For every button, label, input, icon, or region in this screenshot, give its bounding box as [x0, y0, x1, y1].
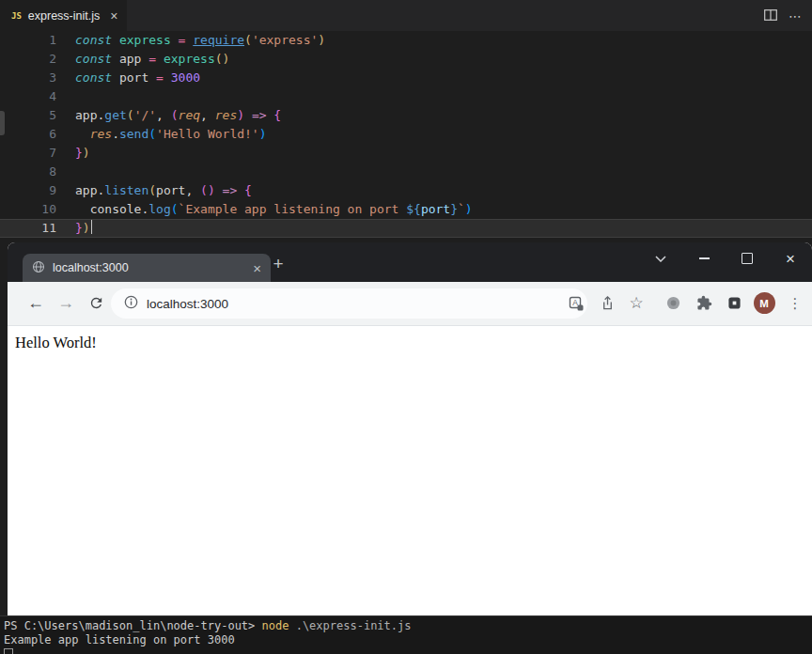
code-line[interactable]: 11}) — [0, 219, 812, 238]
code-line[interactable]: 3const port = 3000 — [0, 69, 812, 87]
code-editor[interactable]: 1const express = require('express')2cons… — [0, 31, 812, 242]
hello-world-text: Hello World! — [15, 334, 97, 351]
code-text: console.log(`Example app listening on po… — [64, 200, 473, 219]
terminal-cursor — [4, 648, 13, 654]
extensions-puzzle-icon[interactable] — [691, 282, 717, 324]
extension-square-icon[interactable] — [721, 282, 747, 324]
browser-tab-title: localhost:3000 — [53, 261, 245, 274]
terminal-line: PS C:\Users\madison_lin\node-try-out> no… — [4, 619, 812, 633]
code-text: app.get('/', (req, res) => { — [64, 106, 281, 125]
code-line[interactable]: 6 res.send('Hello World!') — [0, 125, 812, 144]
code-line[interactable]: 2const app = express() — [0, 50, 812, 69]
split-editor-icon[interactable] — [764, 8, 777, 24]
line-number: 4 — [0, 87, 64, 106]
terminal-line: Example app listening on port 3000 — [4, 633, 812, 647]
code-text — [64, 87, 75, 106]
code-text: }) — [64, 219, 92, 238]
line-number: 2 — [0, 50, 64, 69]
code-text: const port = 3000 — [64, 69, 200, 87]
line-number: 8 — [0, 163, 64, 181]
code-text: const app = express() — [64, 50, 229, 69]
more-actions-icon[interactable]: ⋯ — [789, 8, 803, 23]
editor-tab[interactable]: JS express-init.js × — [0, 0, 128, 31]
code-text — [64, 163, 75, 181]
site-info-icon[interactable] — [124, 295, 138, 313]
avatar[interactable]: M — [751, 282, 777, 324]
code-line[interactable]: 10 console.log(`Example app listening on… — [0, 200, 812, 219]
line-number: 9 — [0, 181, 64, 200]
globe-favicon-icon — [32, 260, 45, 276]
window-controls: × — [639, 242, 812, 274]
svg-text:A: A — [572, 298, 578, 307]
browser-tab-close-icon[interactable]: × — [253, 261, 261, 275]
back-icon: ← — [27, 293, 44, 313]
chrome-window: × localhost:3000 × + ← → localhost:3000 — [8, 242, 812, 615]
browser-tab[interactable]: localhost:3000 × — [23, 254, 271, 282]
back-button[interactable]: ← — [23, 282, 49, 324]
activity-bar-indicator — [0, 111, 5, 135]
editor-actions: ⋯ — [764, 0, 803, 31]
code-line[interactable]: 4 — [0, 87, 812, 106]
code-text: app.listen(port, () => { — [64, 181, 252, 200]
tab-search-chevron-icon[interactable] — [639, 242, 682, 274]
code-line[interactable]: 8 — [0, 163, 812, 181]
javascript-file-icon: JS — [11, 11, 22, 21]
chrome-tabstrip: × localhost:3000 × + — [8, 242, 812, 282]
terminal-panel[interactable]: PS C:\Users\madison_lin\node-try-out> no… — [0, 615, 812, 654]
code-text: const express = require('express') — [64, 31, 325, 50]
code-line[interactable]: 7}) — [0, 144, 812, 163]
forward-icon: → — [57, 293, 74, 313]
editor-tab-close-icon[interactable]: × — [110, 9, 117, 23]
translate-icon[interactable]: A — [563, 282, 589, 324]
share-icon[interactable] — [594, 282, 620, 324]
text-caret — [91, 220, 93, 234]
minimize-button[interactable] — [682, 242, 726, 274]
code-line[interactable]: 9app.listen(port, () => { — [0, 181, 812, 200]
line-number: 5 — [0, 106, 64, 125]
vscode-window: JS express-init.js × ⋯ 1const express = … — [0, 0, 812, 242]
extension-circle-icon[interactable] — [660, 282, 686, 324]
browser-toolbar: ← → localhost:3000 A ☆ — [8, 282, 812, 326]
code-line[interactable]: 1const express = require('express') — [0, 31, 812, 50]
menu-kebab-icon[interactable]: ⋮ — [782, 282, 808, 324]
maximize-button[interactable] — [726, 242, 769, 274]
line-number: 1 — [0, 31, 64, 50]
code-text: res.send('Hello World!') — [64, 125, 267, 144]
bookmark-star-icon[interactable]: ☆ — [623, 282, 649, 324]
page-content: Hello World! — [8, 326, 812, 615]
line-number: 3 — [0, 69, 64, 87]
editor-tabbar: JS express-init.js × ⋯ — [0, 0, 812, 31]
omnibox[interactable]: localhost:3000 — [111, 288, 587, 319]
line-number: 10 — [0, 200, 64, 219]
editor-tab-label: express-init.js — [28, 9, 100, 23]
close-button[interactable]: × — [769, 242, 812, 274]
line-number: 11 — [0, 219, 64, 238]
code-line[interactable]: 5app.get('/', (req, res) => { — [0, 106, 812, 125]
line-number: 6 — [0, 125, 64, 144]
new-tab-button[interactable]: + — [265, 251, 291, 277]
code-text: }) — [64, 144, 90, 163]
url-text: localhost:3000 — [147, 297, 228, 311]
line-number: 7 — [0, 144, 64, 163]
reload-button[interactable] — [83, 282, 109, 324]
forward-button[interactable]: → — [53, 282, 79, 324]
